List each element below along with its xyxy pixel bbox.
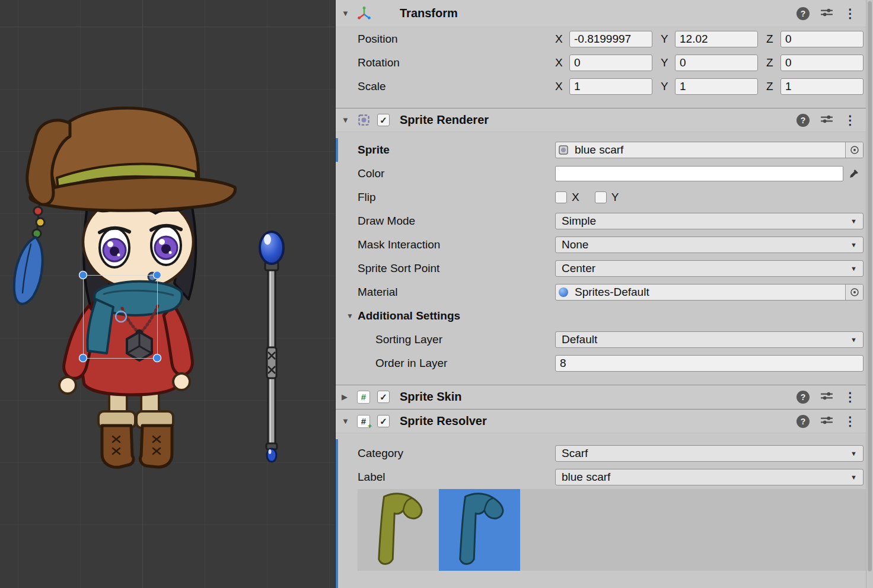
- foldout-open-icon[interactable]: ▼: [342, 417, 357, 426]
- rotation-z-input[interactable]: [780, 55, 864, 71]
- label-dropdown[interactable]: blue scarf ▼: [555, 469, 864, 485]
- position-x-input[interactable]: [569, 31, 652, 47]
- presets-icon[interactable]: [820, 8, 833, 20]
- rotation-label: Rotation: [358, 56, 555, 69]
- axis-x-label: X: [555, 80, 569, 93]
- draw-mode-label: Draw Mode: [358, 215, 555, 228]
- axis-y-label: Y: [661, 33, 675, 46]
- sprite-renderer-icon: [357, 113, 377, 127]
- foldout-closed-icon[interactable]: ▶: [342, 392, 357, 401]
- sprite-sort-point-label: Sprite Sort Point: [358, 262, 555, 275]
- rotation-y-input[interactable]: [675, 55, 758, 71]
- sprite-skin-component: ▶ # ✓ Sprite Skin ?: [336, 385, 866, 409]
- help-icon[interactable]: ?: [796, 7, 810, 20]
- sprite-resolver-header[interactable]: ▼ #+ ✓ Sprite Resolver ?: [336, 410, 866, 433]
- material-row: Material Sprites-Default: [336, 280, 866, 304]
- object-picker-icon[interactable]: [845, 142, 863, 158]
- presets-icon[interactable]: [820, 114, 833, 126]
- additional-settings-foldout[interactable]: ▼ Additional Settings: [336, 304, 866, 328]
- object-picker-icon[interactable]: [845, 285, 863, 300]
- help-icon[interactable]: ?: [796, 114, 810, 127]
- foldout-open-icon[interactable]: ▼: [346, 312, 358, 320]
- chevron-down-icon: ▼: [850, 450, 857, 457]
- label-row: Label blue scarf ▼: [336, 465, 866, 489]
- flip-y-checkbox[interactable]: [595, 191, 607, 203]
- component-title: Transform: [400, 7, 458, 20]
- kebab-menu-icon[interactable]: ⋮: [844, 7, 856, 20]
- axis-x-label: X: [555, 56, 569, 69]
- category-dropdown[interactable]: Scarf ▼: [555, 445, 864, 462]
- sprite-value: blue scarf: [571, 143, 845, 156]
- position-z-input[interactable]: [780, 31, 864, 47]
- component-title: Sprite Skin: [400, 390, 461, 404]
- help-icon[interactable]: ?: [796, 415, 810, 428]
- mask-interaction-dropdown[interactable]: None ▼: [555, 237, 864, 253]
- sprite-skin-header[interactable]: ▶ # ✓ Sprite Skin ?: [336, 385, 866, 409]
- scale-x-input[interactable]: [569, 78, 652, 95]
- color-label: Color: [358, 167, 555, 180]
- transform-icon: [357, 7, 377, 21]
- help-icon[interactable]: ?: [796, 391, 810, 404]
- flip-x-label: X: [572, 191, 579, 204]
- draw-mode-dropdown[interactable]: Simple ▼: [555, 213, 864, 229]
- sprite-resolver-body: Category Scarf ▼ Label blue scarf: [336, 433, 866, 588]
- category-row: Category Scarf ▼: [336, 442, 866, 465]
- scale-y-input[interactable]: [675, 78, 758, 95]
- script-plus-icon: #+: [357, 415, 377, 428]
- sorting-layer-label: Sorting Layer: [358, 333, 555, 346]
- kebab-menu-icon[interactable]: ⋮: [844, 114, 856, 126]
- component-enabled-checkbox[interactable]: ✓: [377, 114, 390, 126]
- kebab-menu-icon[interactable]: ⋮: [844, 415, 856, 427]
- material-value: Sprites-Default: [571, 286, 845, 299]
- character-sprite[interactable]: [14, 108, 235, 467]
- position-label: Position: [358, 33, 555, 46]
- thumbnail-green-scarf[interactable]: [358, 489, 439, 571]
- foldout-open-icon[interactable]: ▼: [342, 9, 357, 18]
- color-swatch[interactable]: [555, 166, 843, 181]
- sorting-layer-row: Sorting Layer Default ▼: [336, 328, 866, 351]
- inspector-scrollbar[interactable]: [866, 0, 873, 588]
- transform-component: ▼ Transform ?: [336, 0, 866, 108]
- label-label: Label: [358, 471, 555, 484]
- transform-header[interactable]: ▼ Transform ?: [336, 0, 866, 27]
- scale-row: Scale X Y Z: [336, 75, 866, 98]
- material-icon: [556, 287, 571, 297]
- presets-icon[interactable]: [820, 391, 833, 403]
- scene-canvas[interactable]: [0, 0, 335, 588]
- scale-label: Scale: [358, 80, 555, 93]
- staff-sprite[interactable]: [260, 232, 283, 462]
- axis-y-label: Y: [661, 80, 675, 93]
- sprite-sort-point-dropdown[interactable]: Center ▼: [555, 260, 864, 277]
- sprite-sort-point-row: Sprite Sort Point Center ▼: [336, 257, 866, 280]
- color-row: Color: [336, 162, 866, 186]
- eyedropper-icon[interactable]: [843, 168, 864, 180]
- scrollbar-thumb[interactable]: [868, 1, 872, 571]
- component-enabled-checkbox[interactable]: ✓: [377, 415, 390, 427]
- sprite-renderer-header[interactable]: ▼ ✓ Sprite Renderer ?: [336, 108, 866, 132]
- sprite-object-field[interactable]: blue scarf: [555, 142, 864, 158]
- flip-x-checkbox[interactable]: [555, 191, 567, 203]
- sprite-thumbnail-strip: [358, 489, 866, 571]
- mask-interaction-label: Mask Interaction: [358, 238, 555, 251]
- order-in-layer-input[interactable]: [555, 355, 864, 372]
- scale-z-input[interactable]: [780, 78, 864, 95]
- chevron-down-icon: ▼: [850, 336, 857, 343]
- axis-z-label: Z: [766, 80, 780, 93]
- kebab-menu-icon[interactable]: ⋮: [844, 391, 856, 403]
- additional-settings-label: Additional Settings: [358, 309, 460, 322]
- sprite-renderer-component: ▼ ✓ Sprite Renderer ?: [336, 108, 866, 385]
- scene-view[interactable]: [0, 0, 335, 588]
- order-in-layer-label: Order in Layer: [358, 357, 555, 370]
- foldout-open-icon[interactable]: ▼: [342, 116, 357, 124]
- axis-x-label: X: [555, 33, 569, 46]
- chevron-down-icon: ▼: [850, 218, 857, 225]
- presets-icon[interactable]: [820, 416, 833, 427]
- sorting-layer-dropdown[interactable]: Default ▼: [555, 331, 864, 348]
- thumbnail-blue-scarf[interactable]: [439, 489, 520, 571]
- material-object-field[interactable]: Sprites-Default: [555, 284, 864, 301]
- rotation-x-input[interactable]: [569, 55, 652, 71]
- script-icon: #: [357, 391, 377, 404]
- component-enabled-checkbox[interactable]: ✓: [377, 391, 390, 403]
- position-y-input[interactable]: [675, 31, 758, 47]
- axis-z-label: Z: [766, 33, 780, 46]
